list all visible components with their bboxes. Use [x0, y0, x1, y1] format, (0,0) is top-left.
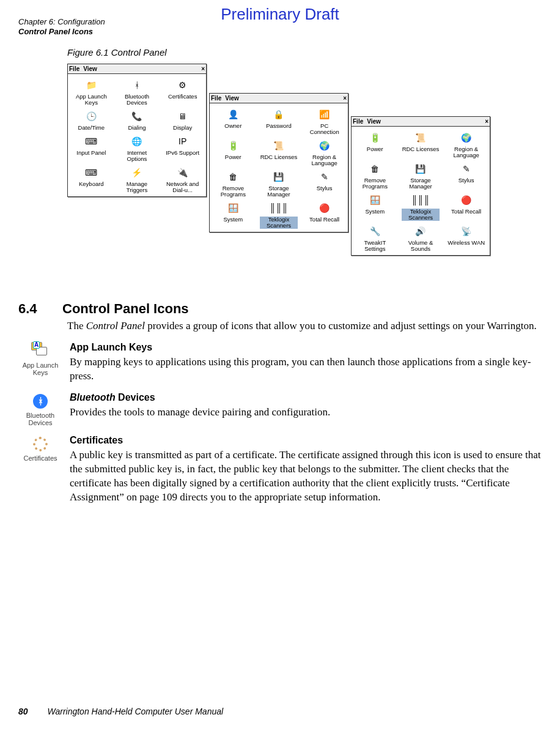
cp-item-icon: 🔋 — [367, 130, 383, 146]
app-launch-keys-icon: A — [31, 342, 50, 360]
page-number: 80 — [18, 707, 28, 716]
control-panel-item[interactable]: ║║║Teklogix Scanners — [257, 199, 301, 229]
control-panel-item[interactable]: 🔴Total Recall — [302, 199, 347, 229]
cp-item-icon: 📜 — [413, 130, 429, 146]
cp-item-icon: 👤 — [225, 106, 241, 122]
close-icon[interactable]: × — [201, 65, 205, 72]
control-panel-item[interactable]: 📜RDC Licenses — [399, 129, 443, 159]
cp-item-label: Storage Manager — [260, 185, 298, 198]
menu-file[interactable]: File — [211, 95, 221, 102]
control-panel-item[interactable]: ✎Stylus — [302, 168, 347, 198]
cp-item-label: Volume & Sounds — [402, 240, 440, 252]
control-panel-item[interactable]: 🔌Network and Dial-u... — [160, 164, 205, 194]
cp-item-icon: 🌍 — [317, 138, 333, 154]
control-panel-item[interactable]: 📁App Launch Keys — [69, 76, 114, 106]
control-panel-item[interactable]: 🔧TweakIT Settings — [353, 223, 397, 253]
control-panel-item[interactable]: ⚙Certificates — [160, 76, 205, 106]
control-panel-grid: 📁App Launch KeysᚼBluetooth Devices⚙Certi… — [68, 74, 206, 196]
control-panel-item[interactable]: ᚼBluetooth Devices — [115, 76, 160, 106]
control-panel-item[interactable]: IPIPv6 Support — [160, 133, 205, 163]
cp-item-label: PC Connection — [306, 123, 344, 135]
cp-item-icon: 🌐 — [129, 133, 145, 149]
cp-item-label: Wireless WAN — [448, 240, 485, 246]
control-panel-item[interactable]: 🔴Total Recall — [444, 191, 488, 221]
window-titlebar: File View × — [352, 117, 490, 127]
icon-column: A App Launch Keys — [18, 342, 62, 384]
cp-item-label: Keyboard — [79, 181, 104, 187]
control-panel-item[interactable]: 🪟System — [353, 191, 397, 221]
control-panel-item[interactable]: ⌨Keyboard — [69, 164, 114, 194]
control-panel-item[interactable]: 🌐Internet Options — [115, 133, 160, 163]
cp-item-label: Storage Manager — [402, 177, 440, 190]
icon-column: ᚼ Bluetooth Devices — [18, 392, 62, 426]
control-panel-item[interactable]: ⌨Input Panel — [69, 133, 114, 163]
icon-label: Certificates — [23, 455, 57, 462]
subsection-bluetooth-devices: ᚼ Bluetooth Devices Bluetooth Devices Pr… — [18, 392, 542, 426]
subsection-content: App Launch Keys By mapping keys to appli… — [70, 342, 542, 384]
control-panel-item[interactable]: 🖥Display — [160, 108, 205, 132]
figure-caption: Figure 6.1 Control Panel — [67, 47, 542, 58]
cp-item-label: Power — [225, 154, 241, 160]
cp-item-icon: 🔧 — [367, 223, 383, 239]
cp-item-label: Owner — [224, 123, 241, 129]
cp-item-icon: 🔌 — [175, 165, 191, 180]
cp-item-icon: 🕒 — [83, 108, 99, 124]
cp-item-label: Password — [266, 123, 292, 129]
control-panel-item[interactable]: 🗑Remove Programs — [211, 168, 256, 198]
section-number: 6.4 — [18, 301, 49, 317]
cp-item-label: Region & Language — [448, 146, 485, 158]
cp-item-icon: 🪟 — [225, 200, 241, 216]
control-panel-item[interactable]: 🌍Region & Language — [444, 129, 488, 159]
control-panel-item[interactable]: 📞Dialing — [115, 108, 160, 132]
page-footer: 80 Warrington Hand-Held Computer User Ma… — [18, 707, 223, 716]
control-panel-item[interactable]: 🌍Region & Language — [302, 137, 347, 167]
cp-item-label: Region & Language — [306, 154, 344, 166]
subsection-heading: App Launch Keys — [70, 342, 542, 353]
icon-label: App Launch Keys — [18, 362, 62, 376]
bluetooth-icon: ᚼ — [31, 392, 50, 410]
close-icon[interactable]: × — [485, 118, 488, 125]
control-panel-item[interactable]: 👤Owner — [211, 106, 256, 136]
control-panel-item[interactable]: 💾Storage Manager — [257, 168, 301, 198]
control-panel-item[interactable]: ✎Stylus — [444, 160, 488, 190]
control-panel-item[interactable]: 🔋Power — [211, 137, 256, 167]
cp-item-icon: ᚼ — [129, 77, 145, 93]
control-panel-item[interactable]: 🔋Power — [353, 129, 397, 159]
control-panel-item[interactable]: 💾Storage Manager — [399, 160, 443, 190]
menu-file[interactable]: File — [353, 118, 363, 125]
subsection-text: A public key is transmitted as part of a… — [70, 448, 542, 505]
control-panel-item[interactable]: 📶PC Connection — [302, 106, 347, 136]
cp-item-icon: IP — [175, 133, 191, 149]
cp-item-label: Remove Programs — [214, 185, 252, 198]
cp-item-icon: ✎ — [459, 161, 474, 177]
control-panel-item[interactable]: 📡Wireless WAN — [444, 223, 488, 253]
control-panel-item[interactable]: 🕒Date/Time — [69, 108, 114, 132]
control-panel-item[interactable]: 🔊Volume & Sounds — [399, 223, 443, 253]
control-panel-window-1: File View × 📁App Launch KeysᚼBluetooth D… — [67, 64, 207, 197]
control-panel-item[interactable]: ║║║Teklogix Scanners — [399, 191, 443, 221]
control-panel-item[interactable]: 🗑Remove Programs — [353, 160, 397, 190]
cp-item-label: RDC Licenses — [402, 146, 440, 152]
cp-item-icon: ⌨ — [83, 133, 99, 149]
window-titlebar: File View × — [68, 64, 206, 74]
control-panel-item[interactable]: 🔒Password — [257, 106, 301, 136]
cp-item-icon: ✎ — [317, 169, 333, 185]
cp-item-label: Date/Time — [78, 125, 105, 131]
subsection-app-launch-keys: A App Launch Keys App Launch Keys By map… — [18, 342, 542, 384]
control-panel-item[interactable]: ⚡Manage Triggers — [115, 164, 160, 194]
control-panel-item[interactable]: 🪟System — [211, 199, 256, 229]
control-panel-item[interactable]: 📜RDC Licenses — [257, 137, 301, 167]
cp-item-label: App Launch Keys — [72, 94, 110, 106]
close-icon[interactable]: × — [343, 95, 347, 102]
menu-view[interactable]: View — [225, 95, 239, 102]
cp-item-label: Stylus — [459, 177, 474, 184]
menu-file[interactable]: File — [69, 65, 79, 72]
menu-view[interactable]: View — [367, 118, 381, 125]
menu-view[interactable]: View — [83, 65, 97, 72]
cp-item-label: Total Recall — [309, 217, 339, 223]
section-title: Control Panel Icons — [62, 301, 189, 317]
cp-item-icon: ║║║ — [271, 200, 287, 216]
cp-item-icon: 🔴 — [459, 192, 474, 208]
cp-item-label: Internet Options — [118, 150, 156, 162]
cp-item-icon: 💾 — [413, 161, 429, 177]
